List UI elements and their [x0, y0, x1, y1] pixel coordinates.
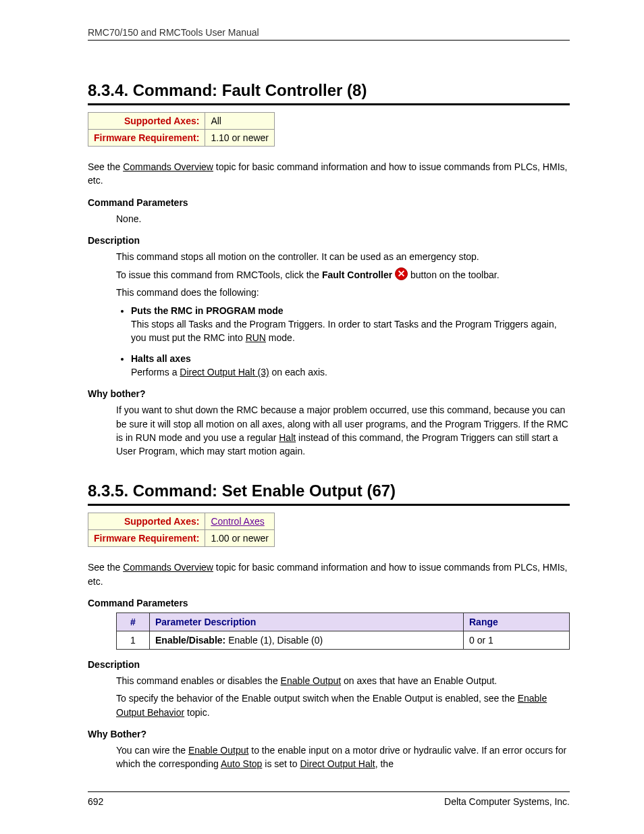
- cell-range: 0 or 1: [464, 631, 570, 650]
- direct-output-halt-link[interactable]: Direct Output Halt: [300, 758, 375, 769]
- fault-controller-label: Fault Controller: [322, 269, 392, 280]
- text: Enable (1), Disable (0): [225, 635, 323, 646]
- table-row: Firmware Requirement: 1.10 or newer: [88, 130, 275, 147]
- list-item: Puts the RMC in PROGRAM mode This stops …: [131, 304, 570, 345]
- run-link[interactable]: RUN: [246, 332, 266, 343]
- s835-cmdparams-heading: Command Parameters: [88, 598, 570, 608]
- supported-axes-label: Supported Axes:: [88, 513, 205, 530]
- s835-description-heading: Description: [88, 659, 570, 670]
- page-footer: 692 Delta Computer Systems, Inc.: [88, 791, 570, 807]
- bullet-title: Halts all axes: [131, 353, 191, 364]
- text: To specify the behavior of the Enable ou…: [116, 693, 518, 704]
- cell-num: 1: [117, 631, 150, 650]
- text: You can wire the: [116, 745, 188, 756]
- page-header: RMC70/150 and RMCTools User Manual: [88, 27, 570, 41]
- table-row: Supported Axes: Control Axes: [88, 513, 275, 530]
- auto-stop-link[interactable]: Auto Stop: [221, 758, 263, 769]
- company-name: Delta Computer Systems, Inc.: [444, 796, 570, 807]
- commands-overview-link[interactable]: Commands Overview: [123, 562, 213, 573]
- text: See the: [88, 161, 123, 172]
- s834-cmdparams-none: None.: [116, 212, 570, 226]
- firmware-req-label: Firmware Requirement:: [88, 130, 205, 147]
- supported-axes-value: All: [205, 113, 275, 130]
- commands-overview-link[interactable]: Commands Overview: [123, 161, 213, 172]
- table-header-row: # Parameter Description Range: [117, 613, 570, 631]
- table-row: Firmware Requirement: 1.00 or newer: [88, 530, 275, 547]
- firmware-req-value: 1.00 or newer: [205, 530, 275, 547]
- control-axes-link[interactable]: Control Axes: [211, 516, 264, 527]
- enable-output-link[interactable]: Enable Output: [281, 675, 342, 686]
- table-row: Supported Axes: All: [88, 113, 275, 130]
- s835-param-table: # Parameter Description Range 1 Enable/D…: [116, 613, 570, 650]
- text: Performs a: [131, 367, 180, 377]
- supported-axes-label: Supported Axes:: [88, 113, 205, 130]
- direct-output-halt-link[interactable]: Direct Output Halt (3): [180, 367, 269, 377]
- text: topic.: [184, 707, 209, 718]
- firmware-req-label: Firmware Requirement:: [88, 530, 205, 547]
- col-num: #: [117, 613, 150, 631]
- bullet-title: Puts the RMC in PROGRAM mode: [131, 305, 284, 316]
- s835-why-body: You can wire the Enable Output to the en…: [116, 744, 570, 771]
- s835-intro: See the Commands Overview topic for basi…: [88, 561, 570, 588]
- halt-link[interactable]: Halt: [279, 432, 296, 443]
- page-number: 692: [88, 796, 103, 807]
- s834-desc-p2: To issue this command from RMCTools, cli…: [116, 267, 570, 282]
- text: on axes that have an Enable Output.: [341, 675, 497, 686]
- s835-whybother-heading: Why Bother?: [88, 729, 570, 739]
- table-row: 1 Enable/Disable: Enable (1), Disable (0…: [117, 631, 570, 650]
- s834-desc-p1: This command stops all motion on the con…: [116, 250, 570, 263]
- s835-info-table: Supported Axes: Control Axes Firmware Re…: [88, 513, 275, 547]
- text: is set to: [262, 758, 300, 769]
- s834-whybother-heading: Why bother?: [88, 388, 570, 399]
- text: on each axis.: [269, 367, 327, 377]
- fault-controller-icon: [395, 267, 408, 280]
- enable-output-link[interactable]: Enable Output: [188, 745, 249, 756]
- section-835-title: 8.3.5. Command: Set Enable Output (67): [88, 481, 570, 506]
- s835-desc-p2: To specify the behavior of the Enable ou…: [116, 692, 570, 719]
- s834-info-table: Supported Axes: All Firmware Requirement…: [88, 112, 275, 147]
- cell-desc: Enable/Disable: Enable (1), Disable (0): [150, 631, 464, 650]
- list-item: Halts all axes Performs a Direct Output …: [131, 352, 570, 380]
- text: See the: [88, 562, 123, 573]
- col-desc: Parameter Description: [150, 613, 464, 631]
- supported-axes-value: Control Axes: [205, 513, 275, 530]
- text: This command enables or disables the: [116, 675, 281, 686]
- s834-why-body: If you want to shut down the RMC because…: [116, 403, 570, 458]
- text: mode.: [266, 332, 295, 343]
- text: To issue this command from RMCTools, cli…: [116, 269, 322, 280]
- col-range: Range: [464, 613, 570, 631]
- text: button on the toolbar.: [410, 269, 500, 280]
- firmware-req-value: 1.10 or newer: [205, 130, 275, 147]
- s835-desc-p1: This command enables or disables the Ena…: [116, 674, 570, 687]
- s834-intro: See the Commands Overview topic for basi…: [88, 160, 570, 188]
- s834-bullets: Puts the RMC in PROGRAM mode This stops …: [116, 304, 570, 379]
- text: This stops all Tasks and the Program Tri…: [131, 319, 557, 343]
- s834-desc-p3: This command does the following:: [116, 286, 570, 299]
- param-name: Enable/Disable:: [155, 635, 225, 646]
- text: , the: [375, 758, 394, 769]
- s834-cmdparams-heading: Command Parameters: [88, 197, 570, 208]
- section-834-title: 8.3.4. Command: Fault Controller (8): [88, 81, 570, 105]
- s834-description-heading: Description: [88, 235, 570, 246]
